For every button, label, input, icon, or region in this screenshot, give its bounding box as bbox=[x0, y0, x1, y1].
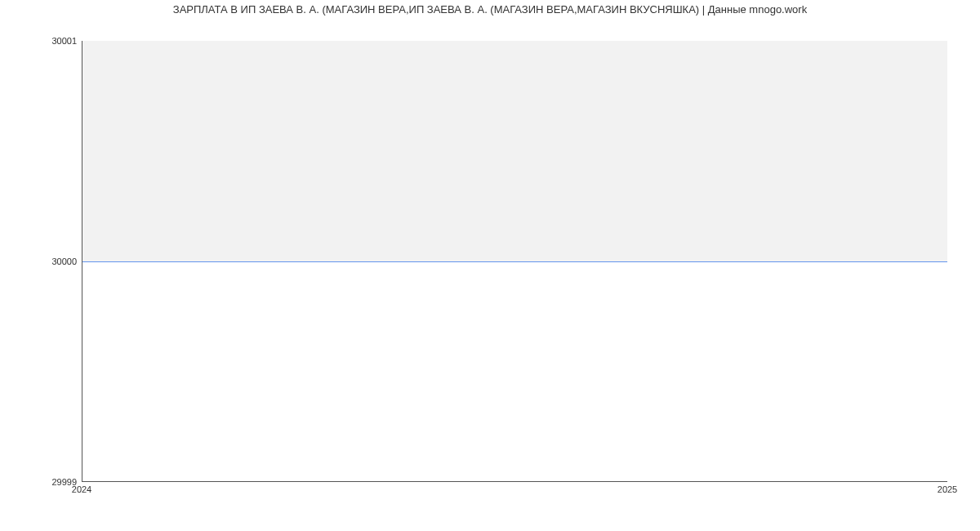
chart-title: ЗАРПЛАТА В ИП ЗАЕВА В. А. (МАГАЗИН ВЕРА,… bbox=[0, 3, 980, 16]
plot-area bbox=[82, 41, 947, 482]
x-tick-label: 2025 bbox=[938, 484, 957, 494]
x-tick-label: 2024 bbox=[72, 484, 91, 494]
series-line-salary bbox=[82, 261, 947, 262]
y-tick-label: 30001 bbox=[51, 36, 77, 46]
y-tick-label: 30000 bbox=[51, 257, 77, 266]
chart-container: ЗАРПЛАТА В ИП ЗАЕВА В. А. (МАГАЗИН ВЕРА,… bbox=[0, 0, 980, 531]
grid-band bbox=[82, 41, 947, 261]
